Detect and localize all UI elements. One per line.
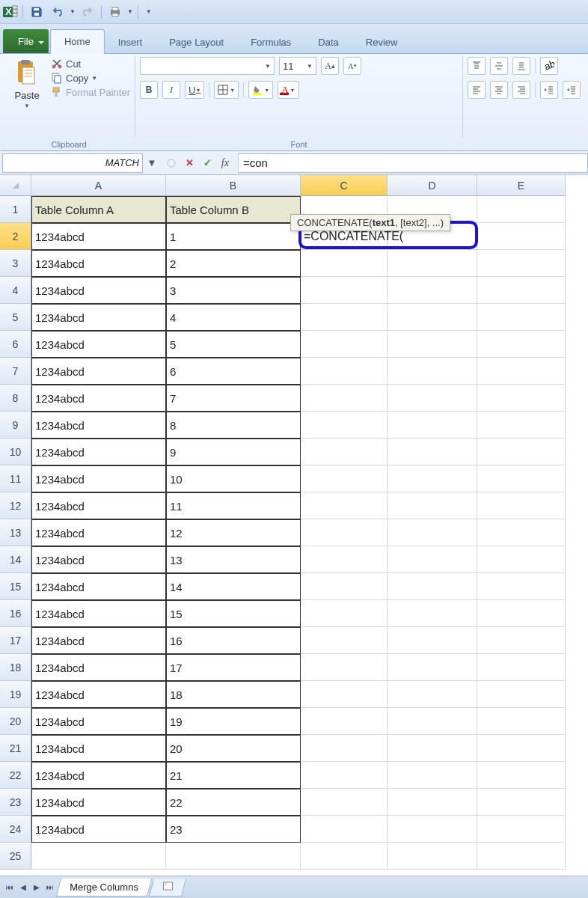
cell-D23[interactable] [388, 789, 477, 816]
select-all-corner[interactable] [0, 175, 31, 196]
cell-B7[interactable]: 6 [166, 358, 301, 385]
tab-page-layout[interactable]: Page Layout [156, 31, 237, 53]
cell-B14[interactable]: 13 [166, 546, 301, 573]
tab-insert[interactable]: Insert [105, 31, 156, 53]
align-center-button[interactable] [490, 81, 508, 99]
increase-indent-button[interactable] [563, 81, 581, 99]
cell-B4[interactable]: 3 [166, 277, 301, 304]
cell-C22[interactable] [301, 762, 388, 789]
cell-D15[interactable] [388, 573, 477, 600]
cell-D10[interactable] [388, 439, 477, 465]
cell-C17[interactable] [301, 627, 388, 654]
cancel-formula-button[interactable]: ✕ [181, 155, 197, 171]
cell-A23[interactable]: 1234abcd [31, 789, 166, 816]
column-header-E[interactable]: E [477, 175, 566, 196]
cell-C12[interactable] [301, 492, 388, 519]
row-header[interactable]: 22 [0, 762, 31, 789]
cell-C6[interactable] [301, 331, 388, 358]
cell-A20[interactable]: 1234abcd [31, 708, 166, 735]
column-header-B[interactable]: B [166, 175, 301, 196]
cell-A1[interactable]: Table Column A [31, 196, 166, 223]
cell-A4[interactable]: 1234abcd [31, 277, 166, 304]
cell-E22[interactable] [477, 762, 566, 789]
customize-qat-dropdown[interactable]: ▼ [143, 8, 155, 15]
cell-A18[interactable]: 1234abcd [31, 654, 166, 681]
cell-E19[interactable] [477, 681, 566, 708]
cell-C18[interactable] [301, 654, 388, 681]
sheet-tab-active[interactable]: Merge Columns [56, 879, 152, 897]
font-family-select[interactable]: ▼ [140, 57, 275, 75]
cell-A17[interactable]: 1234abcd [31, 627, 166, 654]
cell-B8[interactable]: 7 [166, 385, 301, 412]
cell-E5[interactable] [477, 304, 566, 331]
sheet-nav-prev[interactable]: ◀ [16, 881, 30, 894]
bold-button[interactable]: B [140, 81, 158, 99]
row-header[interactable]: 21 [0, 735, 31, 762]
fill-color-button[interactable]: ▼ [248, 81, 273, 99]
cell-B24[interactable]: 23 [166, 816, 301, 843]
row-header[interactable]: 1 [0, 196, 31, 223]
align-middle-button[interactable] [490, 57, 508, 75]
cell-D11[interactable] [388, 465, 477, 492]
row-header[interactable]: 17 [0, 627, 31, 654]
cell-C21[interactable] [301, 735, 388, 762]
cell-A9[interactable]: 1234abcd [31, 412, 166, 439]
cell-E3[interactable] [477, 250, 566, 277]
cell-C10[interactable] [301, 439, 388, 465]
cell-B18[interactable]: 17 [166, 654, 301, 681]
cell-D14[interactable] [388, 546, 477, 573]
cell-A8[interactable]: 1234abcd [31, 385, 166, 412]
cell-C19[interactable] [301, 681, 388, 708]
cell-B2[interactable]: 1 [166, 223, 301, 250]
tab-formulas[interactable]: Formulas [237, 31, 304, 53]
undo-button[interactable] [49, 3, 67, 21]
cell-A19[interactable]: 1234abcd [31, 681, 166, 708]
cell-A24[interactable]: 1234abcd [31, 816, 166, 843]
cell-B15[interactable]: 14 [166, 573, 301, 600]
cell-E4[interactable] [477, 277, 566, 304]
cell-A10[interactable]: 1234abcd [31, 439, 166, 465]
cell-A21[interactable]: 1234abcd [31, 735, 166, 762]
row-header[interactable]: 24 [0, 816, 31, 843]
cell-C25[interactable] [301, 843, 388, 870]
cell-E2[interactable] [477, 223, 566, 250]
row-header[interactable]: 5 [0, 304, 31, 331]
cell-B10[interactable]: 9 [166, 439, 301, 465]
row-header[interactable]: 11 [0, 465, 31, 492]
cell-E9[interactable] [477, 412, 566, 439]
cell-A2[interactable]: 1234abcd [31, 223, 166, 250]
cell-A22[interactable]: 1234abcd [31, 762, 166, 789]
cell-D9[interactable] [388, 412, 477, 439]
row-header[interactable]: 19 [0, 681, 31, 708]
align-right-button[interactable] [512, 81, 530, 99]
cell-C15[interactable] [301, 573, 388, 600]
cell-D4[interactable] [388, 277, 477, 304]
cell-E23[interactable] [477, 789, 566, 816]
cell-E25[interactable] [477, 843, 566, 870]
cell-E24[interactable] [477, 816, 566, 843]
cell-C9[interactable] [301, 412, 388, 439]
cell-B9[interactable]: 8 [166, 412, 301, 439]
cell-D18[interactable] [388, 654, 477, 681]
copy-button[interactable]: Copy ▼ [51, 71, 130, 85]
cell-B6[interactable]: 5 [166, 331, 301, 358]
cell-E12[interactable] [477, 492, 566, 519]
cell-E21[interactable] [477, 735, 566, 762]
cell-E20[interactable] [477, 708, 566, 735]
cell-B3[interactable]: 2 [166, 250, 301, 277]
cell-D16[interactable] [388, 600, 477, 627]
cell-B12[interactable]: 11 [166, 492, 301, 519]
name-box[interactable]: MATCH [2, 153, 143, 173]
font-color-button[interactable]: A▼ [278, 81, 298, 99]
cell-C16[interactable] [301, 600, 388, 627]
align-bottom-button[interactable] [512, 57, 530, 75]
row-header[interactable]: 23 [0, 789, 31, 816]
cell-E18[interactable] [477, 654, 566, 681]
sheet-nav-next[interactable]: ▶ [30, 881, 43, 894]
row-header[interactable]: 25 [0, 843, 31, 870]
cell-C7[interactable] [301, 358, 388, 385]
cell-B13[interactable]: 12 [166, 519, 301, 546]
save-button[interactable] [28, 3, 46, 21]
row-header[interactable]: 10 [0, 439, 31, 465]
cell-A16[interactable]: 1234abcd [31, 600, 166, 627]
